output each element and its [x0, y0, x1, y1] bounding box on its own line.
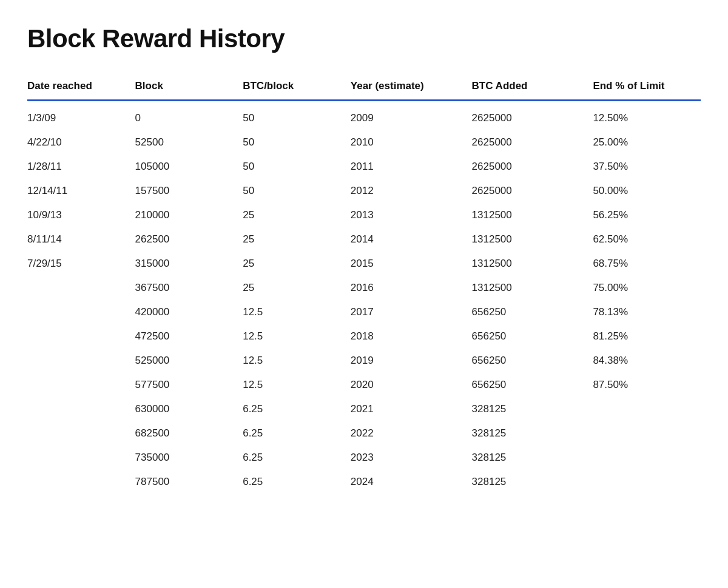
cell-date: 12/14/11 [27, 179, 135, 203]
cell-btcadded: 2625000 [472, 101, 593, 131]
cell-btcadded: 328125 [472, 446, 593, 470]
header-block: Block [135, 78, 243, 101]
cell-date: 8/11/14 [27, 227, 135, 252]
cell-date: 7/29/15 [27, 252, 135, 276]
table-row: 4/22/1052500502010262500025.00% [27, 130, 701, 155]
cell-btcadded: 1312500 [472, 276, 593, 300]
cell-btcadded: 2625000 [472, 130, 593, 155]
cell-btcblock: 25 [243, 203, 351, 227]
table-row: 12/14/11157500502012262500050.00% [27, 179, 701, 203]
cell-block: 262500 [135, 227, 243, 252]
cell-date [27, 349, 135, 373]
cell-btcadded: 328125 [472, 470, 593, 494]
cell-date [27, 446, 135, 470]
cell-btcblock: 50 [243, 130, 351, 155]
cell-date [27, 373, 135, 397]
cell-year: 2024 [351, 470, 472, 494]
cell-endlimit: 81.25% [593, 324, 701, 349]
cell-year: 2022 [351, 421, 472, 446]
cell-date [27, 421, 135, 446]
cell-date [27, 276, 135, 300]
cell-btcblock: 6.25 [243, 470, 351, 494]
cell-year: 2013 [351, 203, 472, 227]
cell-date [27, 397, 135, 421]
table-row: 10/9/13210000252013131250056.25% [27, 203, 701, 227]
block-reward-table: Date reached Block BTC/block Year (estim… [27, 78, 701, 494]
cell-block: 472500 [135, 324, 243, 349]
cell-block: 682500 [135, 421, 243, 446]
cell-endlimit: 25.00% [593, 130, 701, 155]
cell-btcadded: 656250 [472, 324, 593, 349]
cell-year: 2011 [351, 155, 472, 179]
cell-endlimit: 12.50% [593, 101, 701, 131]
cell-year: 2012 [351, 179, 472, 203]
cell-endlimit: 87.50% [593, 373, 701, 397]
table-row: 7350006.252023328125 [27, 446, 701, 470]
cell-block: 735000 [135, 446, 243, 470]
table-row: 1/28/11105000502011262500037.50% [27, 155, 701, 179]
cell-block: 420000 [135, 300, 243, 324]
cell-date: 1/3/09 [27, 101, 135, 131]
cell-endlimit: 68.75% [593, 252, 701, 276]
cell-btcadded: 1312500 [472, 252, 593, 276]
cell-block: 367500 [135, 276, 243, 300]
cell-btcadded: 2625000 [472, 155, 593, 179]
cell-btcblock: 12.5 [243, 373, 351, 397]
table-row: 7/29/15315000252015131250068.75% [27, 252, 701, 276]
cell-endlimit [593, 421, 701, 446]
cell-date: 10/9/13 [27, 203, 135, 227]
cell-block: 577500 [135, 373, 243, 397]
cell-btcadded: 2625000 [472, 179, 593, 203]
cell-date: 1/28/11 [27, 155, 135, 179]
cell-btcadded: 1312500 [472, 227, 593, 252]
cell-date [27, 470, 135, 494]
cell-block: 157500 [135, 179, 243, 203]
cell-btcblock: 25 [243, 276, 351, 300]
cell-btcadded: 656250 [472, 349, 593, 373]
cell-year: 2021 [351, 397, 472, 421]
cell-endlimit: 50.00% [593, 179, 701, 203]
cell-endlimit: 84.38% [593, 349, 701, 373]
header-year: Year (estimate) [351, 78, 472, 101]
cell-btcblock: 50 [243, 179, 351, 203]
cell-btcblock: 12.5 [243, 349, 351, 373]
cell-btcblock: 6.25 [243, 397, 351, 421]
header-endlimit: End % of Limit [593, 78, 701, 101]
table-row: 57750012.5202065625087.50% [27, 373, 701, 397]
cell-year: 2023 [351, 446, 472, 470]
cell-btcblock: 25 [243, 227, 351, 252]
cell-block: 210000 [135, 203, 243, 227]
cell-year: 2015 [351, 252, 472, 276]
cell-btcblock: 12.5 [243, 300, 351, 324]
page-title: Block Reward History [27, 24, 701, 53]
cell-block: 0 [135, 101, 243, 131]
cell-btcblock: 6.25 [243, 421, 351, 446]
cell-btcblock: 6.25 [243, 446, 351, 470]
header-btcblock: BTC/block [243, 78, 351, 101]
cell-block: 315000 [135, 252, 243, 276]
cell-endlimit: 56.25% [593, 203, 701, 227]
cell-date [27, 300, 135, 324]
cell-btcadded: 656250 [472, 300, 593, 324]
header-date: Date reached [27, 78, 135, 101]
cell-date: 4/22/10 [27, 130, 135, 155]
table-row: 1/3/090502009262500012.50% [27, 101, 701, 131]
cell-year: 2014 [351, 227, 472, 252]
cell-year: 2020 [351, 373, 472, 397]
cell-endlimit [593, 470, 701, 494]
header-btcadded: BTC Added [472, 78, 593, 101]
cell-block: 52500 [135, 130, 243, 155]
cell-year: 2009 [351, 101, 472, 131]
cell-year: 2017 [351, 300, 472, 324]
cell-year: 2010 [351, 130, 472, 155]
cell-endlimit [593, 397, 701, 421]
table-row: 367500252016131250075.00% [27, 276, 701, 300]
table-header-row: Date reached Block BTC/block Year (estim… [27, 78, 701, 101]
cell-btcblock: 50 [243, 155, 351, 179]
cell-btcblock: 12.5 [243, 324, 351, 349]
cell-endlimit [593, 446, 701, 470]
cell-btcadded: 656250 [472, 373, 593, 397]
cell-endlimit: 75.00% [593, 276, 701, 300]
table-row: 52500012.5201965625084.38% [27, 349, 701, 373]
cell-endlimit: 62.50% [593, 227, 701, 252]
